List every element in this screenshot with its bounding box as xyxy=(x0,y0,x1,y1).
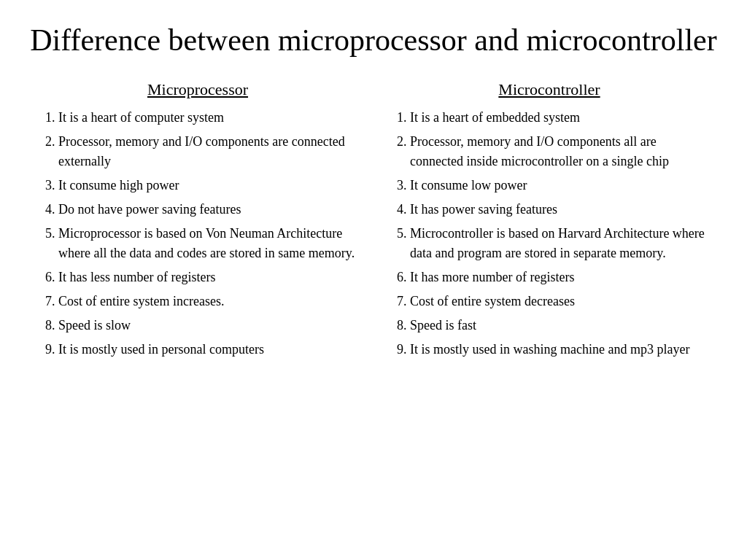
list-item: It is mostly used in personal computers xyxy=(58,340,359,359)
list-item: Microprocessor is based on Von Neuman Ar… xyxy=(58,224,359,263)
microprocessor-column: Microprocessor It is a heart of computer… xyxy=(29,80,366,364)
list-item: Speed is fast xyxy=(410,316,711,335)
microcontroller-header: Microcontroller xyxy=(388,80,711,99)
microprocessor-list: It is a heart of computer systemProcesso… xyxy=(36,108,359,359)
list-item: Do not have power saving features xyxy=(58,200,359,219)
page-title: Difference between microprocessor and mi… xyxy=(30,22,716,58)
list-item: Cost of entire system decreases xyxy=(410,292,711,311)
list-item: Processor, memory and I/O components all… xyxy=(410,132,711,171)
list-item: It is a heart of embedded system xyxy=(410,108,711,128)
microcontroller-column: Microcontroller It is a heart of embedde… xyxy=(381,80,718,364)
list-item: It is a heart of computer system xyxy=(58,108,359,128)
list-item: It has more number of registers xyxy=(410,268,711,287)
list-item: Processor, memory and I/O components are… xyxy=(58,132,359,171)
content-columns: Microprocessor It is a heart of computer… xyxy=(29,80,718,364)
list-item: It is mostly used in washing machine and… xyxy=(410,340,711,359)
list-item: It consume low power xyxy=(410,176,711,195)
list-item: Speed is slow xyxy=(58,316,359,335)
microcontroller-list: It is a heart of embedded systemProcesso… xyxy=(388,108,711,359)
list-item: It consume high power xyxy=(58,176,359,195)
list-item: It has less number of registers xyxy=(58,268,359,287)
list-item: It has power saving features xyxy=(410,200,711,219)
list-item: Cost of entire system increases. xyxy=(58,292,359,311)
list-item: Microcontroller is based on Harvard Arch… xyxy=(410,224,711,263)
microprocessor-header: Microprocessor xyxy=(36,80,359,99)
